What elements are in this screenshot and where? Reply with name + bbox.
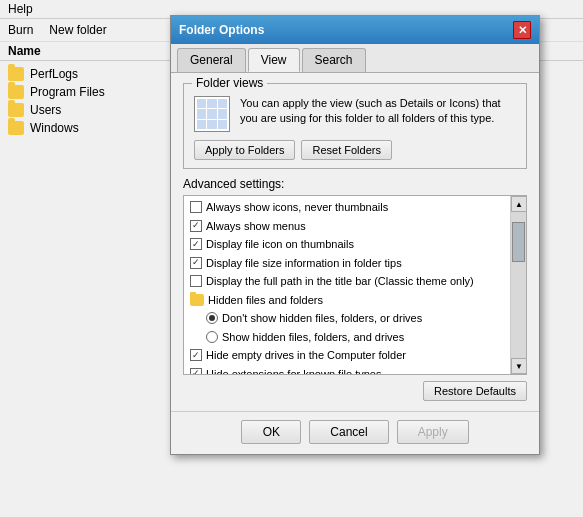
setting-hidden-files-header: Hidden files and folders	[184, 291, 510, 310]
radio-dont-show-hidden[interactable]	[206, 312, 218, 324]
restore-defaults-row: Restore Defaults	[183, 381, 527, 401]
reset-folders-button[interactable]: Reset Folders	[301, 140, 391, 160]
setting-show-hidden[interactable]: Show hidden files, folders, and drives	[184, 328, 510, 347]
folder-views-buttons: Apply to Folders Reset Folders	[194, 140, 516, 160]
folder-icon	[8, 67, 24, 81]
setting-label: Always show icons, never thumbnails	[206, 199, 388, 216]
checkbox-display-file-size[interactable]	[190, 257, 202, 269]
folder-views-description: You can apply the view (such as Details …	[240, 96, 516, 127]
radio-show-hidden[interactable]	[206, 331, 218, 343]
setting-label: Show hidden files, folders, and drives	[222, 329, 404, 346]
checkbox-hide-empty-drives[interactable]	[190, 349, 202, 361]
settings-list-container: Always show icons, never thumbnails Alwa…	[183, 195, 527, 375]
setting-display-file-icon[interactable]: Display file icon on thumbnails	[184, 235, 510, 254]
burn-button[interactable]: Burn	[8, 23, 33, 37]
checkbox-hide-extensions[interactable]	[190, 368, 202, 374]
setting-label: Display file size information in folder …	[206, 255, 402, 272]
setting-label: Hide extensions for known file types	[206, 366, 381, 375]
scroll-down-button[interactable]: ▼	[511, 358, 527, 374]
setting-display-file-size[interactable]: Display file size information in folder …	[184, 254, 510, 273]
folder-icon	[8, 121, 24, 135]
advanced-settings-label: Advanced settings:	[183, 177, 527, 191]
folder-icon	[8, 103, 24, 117]
tab-general[interactable]: General	[177, 48, 246, 72]
item-label: Program Files	[30, 85, 105, 99]
folder-views-label: Folder views	[192, 76, 267, 90]
setting-always-show-menus[interactable]: Always show menus	[184, 217, 510, 236]
setting-label: Display file icon on thumbnails	[206, 236, 354, 253]
item-label: Users	[30, 103, 61, 117]
dialog-footer: OK Cancel Apply	[171, 411, 539, 454]
ok-button[interactable]: OK	[241, 420, 301, 444]
checkbox-display-file-icon[interactable]	[190, 238, 202, 250]
item-label: PerfLogs	[30, 67, 78, 81]
checkbox-display-full-path[interactable]	[190, 275, 202, 287]
new-folder-button[interactable]: New folder	[49, 23, 106, 37]
help-menu[interactable]: Help	[8, 2, 33, 16]
tab-view[interactable]: View	[248, 48, 300, 72]
dialog-title: Folder Options	[179, 23, 264, 37]
item-label: Windows	[30, 121, 79, 135]
setting-display-full-path[interactable]: Display the full path in the title bar (…	[184, 272, 510, 291]
setting-dont-show-hidden[interactable]: Don't show hidden files, folders, or dri…	[184, 309, 510, 328]
scroll-track	[511, 212, 526, 358]
folder-icon-hidden	[190, 294, 204, 306]
apply-to-folders-button[interactable]: Apply to Folders	[194, 140, 295, 160]
dialog-titlebar: Folder Options ✕	[171, 16, 539, 44]
settings-scrollbar[interactable]: ▲ ▼	[510, 196, 526, 374]
setting-label: Hidden files and folders	[208, 292, 323, 309]
setting-label: Display the full path in the title bar (…	[206, 273, 474, 290]
restore-defaults-button[interactable]: Restore Defaults	[423, 381, 527, 401]
dialog-tabs: General View Search	[171, 44, 539, 73]
scroll-up-button[interactable]: ▲	[511, 196, 527, 212]
folder-icon	[8, 85, 24, 99]
dialog-content: Folder views You can apply the view (suc…	[171, 73, 539, 411]
close-button[interactable]: ✕	[513, 21, 531, 39]
scroll-thumb[interactable]	[512, 222, 525, 262]
checkbox-always-show-menus[interactable]	[190, 220, 202, 232]
settings-list[interactable]: Always show icons, never thumbnails Alwa…	[184, 196, 526, 374]
checkbox-always-show-icons[interactable]	[190, 201, 202, 213]
setting-hide-extensions[interactable]: Hide extensions for known file types	[184, 365, 510, 375]
folder-view-icon	[194, 96, 230, 132]
setting-hide-empty-drives[interactable]: Hide empty drives in the Computer folder	[184, 346, 510, 365]
setting-label: Hide empty drives in the Computer folder	[206, 347, 406, 364]
setting-always-show-icons[interactable]: Always show icons, never thumbnails	[184, 198, 510, 217]
tab-search[interactable]: Search	[302, 48, 366, 72]
folder-options-dialog: Folder Options ✕ General View Search Fol…	[170, 15, 540, 455]
folder-views-section: Folder views You can apply the view (suc…	[183, 83, 527, 169]
setting-label: Always show menus	[206, 218, 306, 235]
setting-label: Don't show hidden files, folders, or dri…	[222, 310, 422, 327]
cancel-button[interactable]: Cancel	[309, 420, 388, 444]
apply-button[interactable]: Apply	[397, 420, 469, 444]
